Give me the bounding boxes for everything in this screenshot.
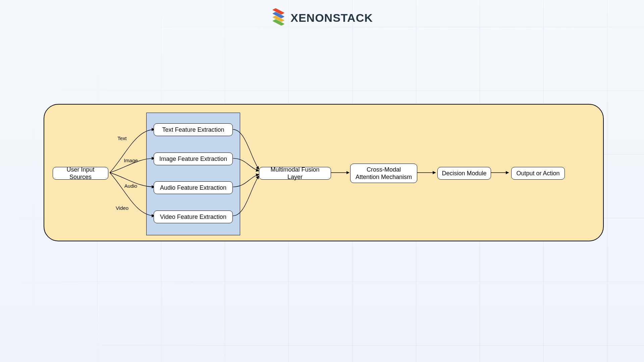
edge-label-text: Text: [109, 135, 136, 141]
node-label: User Input Sources: [57, 166, 104, 181]
node-multimodal-fusion-layer: Multimodal Fusion Layer: [259, 167, 331, 180]
edge-label-audio: Audio: [117, 183, 144, 189]
node-text-feature-extraction: Text Feature Extraction: [154, 123, 233, 136]
node-user-input-sources: User Input Sources: [53, 167, 108, 180]
node-image-feature-extraction: Image Feature Extraction: [154, 153, 233, 165]
node-audio-feature-extraction: Audio Feature Extraction: [154, 181, 233, 194]
node-label: Image Feature Extraction: [159, 155, 227, 163]
node-cross-modal-attention: Cross-Modal Attention Mechanism: [350, 164, 417, 183]
node-label: Cross-Modal Attention Mechanism: [355, 166, 413, 181]
node-label: Video Feature Extraction: [160, 213, 226, 221]
node-label: Decision Module: [442, 170, 486, 177]
brand-logo-icon: [271, 8, 286, 27]
node-decision-module: Decision Module: [437, 167, 491, 180]
edge-label-video: Video: [109, 205, 136, 211]
edge-label-image: Image: [117, 158, 144, 163]
node-output-or-action: Output or Action: [511, 167, 565, 180]
node-label: Text Feature Extraction: [162, 126, 224, 134]
node-label: Output or Action: [516, 170, 559, 177]
diagram-container: Text Image Audio Video User Input Source…: [44, 104, 604, 241]
node-label: Multimodal Fusion Layer: [263, 166, 327, 181]
node-video-feature-extraction: Video Feature Extraction: [154, 210, 233, 223]
node-label: Audio Feature Extraction: [160, 184, 226, 192]
brand-name: XENONSTACK: [290, 11, 373, 24]
brand-header: XENONSTACK: [271, 8, 373, 27]
